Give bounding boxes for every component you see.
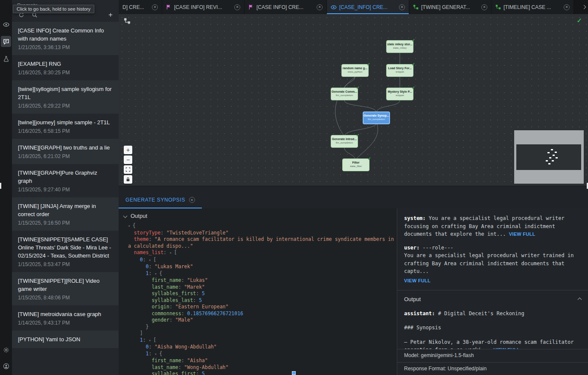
list-item[interactable]: [PYTHON] Yaml to JSON [12, 331, 119, 348]
add-prompt-button[interactable]: + [108, 12, 113, 18]
workflow-icon [413, 4, 419, 10]
bottom-body: Output ▾ { storyType: "TwistedLoveTriang… [119, 208, 588, 375]
graph-canvas[interactable]: ✓ state mikey stor...state_mikey✓random … [119, 14, 588, 186]
prompt-title: [TWINE][SNIPPET][SAMPLE CASE] Online Thr… [18, 235, 113, 260]
splitter-handle[interactable] [292, 371, 296, 375]
rail-item-gear[interactable] [1, 344, 11, 355]
message: user: ---role--- You are a specialist le… [404, 244, 581, 285]
graph-node[interactable]: random name g...exec_python✓ [341, 64, 369, 77]
tab-label: [TIMELINE] CASE ... [504, 4, 561, 10]
list-item[interactable]: [twine][syllogism] sample syllogism for … [12, 80, 119, 114]
json-line: 0: ▾ [ [128, 257, 397, 264]
tab-label: [CASE INFO] REVI... [174, 4, 232, 10]
graph-node[interactable]: Load Story For...snippet✓ [386, 64, 413, 77]
model-info: Model: gemini/gemini-1.5-flash [397, 349, 588, 362]
json-line: } [128, 324, 397, 331]
tab-bar: D] CRE...✕[CASE INFO] REVI...✕[CASE INFO… [119, 0, 588, 14]
rail-item-flask[interactable] [1, 53, 11, 64]
lock-icon[interactable] [124, 175, 132, 184]
graph-node[interactable]: Generate Introd...llm_completion✓ [331, 135, 358, 148]
prompt-timestamp: 1/14/2025, 9:43:17 PM [18, 320, 113, 326]
output-json-pane: Output ▾ { storyType: "TwistedLoveTriang… [119, 208, 397, 375]
minimap-nodes [514, 130, 516, 132]
node-title: state mikey stor... [387, 42, 413, 46]
prompt-timestamp: 1/15/2025, 9:16:50 PM [18, 220, 113, 226]
workflow-icon[interactable] [124, 18, 131, 24]
node-title: Filter [343, 161, 369, 164]
flag-icon [166, 4, 172, 10]
gear-icon [3, 347, 9, 353]
tab[interactable]: [CASE_INFO] CRE...✕ [327, 0, 409, 14]
zoom-in-button[interactable]: + [124, 146, 132, 154]
tab[interactable]: D] CRE...✕ [119, 0, 162, 14]
node-subtitle: state_mikey [387, 46, 413, 50]
node-subtitle: snippet [387, 94, 413, 97]
list-item[interactable]: [TWINE] [JINJA] Array merge in correct o… [12, 197, 119, 231]
list-item[interactable]: [TWINE][GRAPH] two truths and a lie1/16/… [12, 139, 119, 164]
node-check-icon: ✓ [356, 85, 360, 90]
list-item[interactable]: [TWINE][SNIPPET][ROLE] Video game writer… [12, 272, 119, 305]
json-tree[interactable]: ▾ { storyType: "TwistedLoveTriangle" the… [124, 223, 397, 375]
minimap-viewport[interactable] [516, 144, 581, 170]
prompt-title: [PYTHON] Yaml to JSON [18, 335, 113, 343]
list-item[interactable]: [EXAMPLE] RNG1/16/2025, 8:30:25 PM [12, 55, 119, 80]
tab-label: [TWINE] GENERAT... [421, 4, 479, 10]
rail-item-eye[interactable] [1, 19, 11, 30]
prompt-title: [twine][journey] simple sample - 2T1L [18, 118, 113, 126]
icon-rail [0, 0, 12, 375]
tab[interactable]: [TIMELINE] CASE ...✕ [492, 0, 574, 14]
prompt-messages-pane: system: You are a specialist legal proce… [397, 208, 588, 375]
node-check-icon: ✓ [412, 85, 415, 90]
list-item[interactable]: [TWINE][SNIPPET][SAMPLE CASE] Online Thr… [12, 231, 119, 272]
message-list: system: You are a specialist legal proce… [404, 214, 581, 284]
tab-close-button[interactable]: ✕ [481, 4, 487, 10]
json-line: commonness: 0.18576966276721016 [128, 311, 397, 317]
output-section-header[interactable]: Output [404, 296, 581, 304]
graph-node[interactable]: Mystery Style P...snippet✓ [386, 88, 413, 100]
json-line: 1: ▾ { [128, 351, 397, 358]
rail-item-prompts[interactable] [1, 36, 11, 47]
json-line: 0: "Aisha Wong-Abdullah" [128, 344, 397, 351]
fit-view-button[interactable] [124, 165, 132, 174]
list-item[interactable]: [TWINE] metroidvania case graph1/14/2025… [12, 305, 119, 331]
left-resize-handle[interactable] [0, 183, 1, 189]
close-icon[interactable]: ✕ [189, 197, 195, 203]
tab-close-button[interactable]: ✕ [564, 4, 570, 10]
prompt-list: [CASE INFO] Create Common Info with rand… [12, 22, 119, 375]
list-item[interactable]: [twine][journey] simple sample - 2T1L1/1… [12, 114, 119, 139]
tab-close-button[interactable]: ✕ [317, 4, 323, 10]
main-area: D] CRE...✕[CASE INFO] REVI...✕[CASE INFO… [119, 0, 588, 375]
json-line: storyType: "TwistedLoveTriangle" [128, 230, 397, 237]
message: system: You are a specialist legal proce… [404, 214, 581, 238]
json-line: names_list: ▾ [ [128, 249, 397, 257]
view-full-link[interactable]: VIEW FULL [404, 277, 581, 285]
list-item[interactable]: [TWINE][GRAPH]Pure Graphviz graph1/15/20… [12, 164, 119, 197]
tab[interactable]: [TWINE] GENERAT...✕ [409, 0, 492, 14]
tab-close-button[interactable]: ✕ [152, 4, 158, 10]
tab-scroll-right-button[interactable] [579, 0, 588, 14]
output-collapse-row[interactable]: Output [124, 212, 397, 223]
node-title: random name g... [342, 66, 368, 70]
tab-label: [CASE_INFO] CRE... [339, 4, 396, 10]
view-full-link[interactable]: VIEW FULL [509, 231, 536, 237]
list-item[interactable]: [CASE INFO] Create Common Info with rand… [12, 22, 119, 55]
tab[interactable]: [CASE INFO] CRE...✕ [245, 0, 327, 14]
minimap[interactable] [514, 130, 584, 184]
tab-close-button[interactable]: ✕ [234, 4, 240, 10]
rail-item-account[interactable] [1, 360, 11, 372]
json-line: 0: "Lukas Marek" [128, 264, 397, 270]
graph-node[interactable]: state mikey stor...state_mikey✓ [386, 40, 413, 53]
prompt-timestamp: 1/15/2025, 8:48:06 PM [18, 295, 113, 301]
tab-close-button[interactable]: ✕ [399, 4, 405, 10]
graph-node[interactable]: Filterstate_filter✓ [342, 158, 370, 171]
tab[interactable]: [CASE INFO] REVI...✕ [162, 0, 245, 14]
zoom-out-button[interactable]: − [124, 155, 132, 164]
json-line: theme: "A romance scam facilitator is ki… [128, 236, 397, 249]
node-subtitle: snippet [387, 70, 413, 73]
graph-node[interactable]: Generate Synop...llm_completion [363, 111, 390, 124]
prompts-icon [3, 38, 9, 45]
tab-generate-synopsis[interactable]: GENERATE SYNOPSIS ✕ [119, 193, 202, 208]
graph-node[interactable]: Generate Comm...llm_completion✓ [331, 88, 358, 100]
json-line: ] [128, 330, 397, 337]
assistant-paragraph: ### Synopsis [404, 324, 581, 332]
